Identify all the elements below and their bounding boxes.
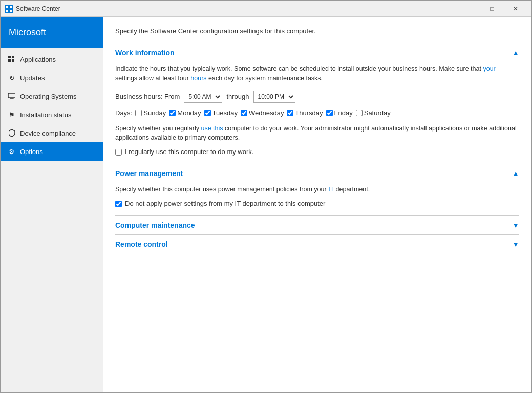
day-tuesday: Tuesday <box>204 109 238 117</box>
through-label: through <box>226 93 249 100</box>
device-compliance-label: Device compliance <box>20 129 76 137</box>
power-management-body: Specify whether this computer uses power… <box>115 183 519 215</box>
svg-rect-14 <box>10 99 14 99</box>
primary-computer-description: Specify whether you regularly use this c… <box>115 124 519 143</box>
day-monday: Monday <box>169 109 201 117</box>
from-time-select[interactable]: 5:00 AM 6:00 AM 7:00 AM 8:00 AM <box>184 91 222 103</box>
app-icon <box>5 5 13 13</box>
software-center-window: Software Center — □ ✕ Microsoft <box>0 0 532 393</box>
shield-icon <box>8 129 16 137</box>
svg-rect-4 <box>6 6 8 8</box>
work-information-header[interactable]: Work information ▲ <box>115 43 519 62</box>
to-time-select[interactable]: 10:00 PM 8:00 PM 9:00 PM 11:00 PM <box>253 91 295 103</box>
work-information-chevron: ▲ <box>512 49 519 57</box>
work-information-body: Indicate the hours that you typically wo… <box>115 62 519 164</box>
remote-control-chevron: ▼ <box>512 240 519 248</box>
wednesday-label: Wednesday <box>249 109 284 117</box>
day-sunday: Sunday <box>135 109 166 117</box>
power-checkbox-label: Do not apply power settings from my IT d… <box>125 200 325 207</box>
primary-computer-checkbox[interactable] <box>115 149 122 156</box>
day-saturday: Saturday <box>356 109 391 117</box>
business-hours-label: Business hours: From <box>115 93 180 100</box>
remote-control-section: Remote control ▼ <box>115 234 519 253</box>
saturday-label: Saturday <box>364 109 391 117</box>
wednesday-checkbox[interactable] <box>241 110 247 116</box>
sidebar-header: Microsoft <box>1 17 103 48</box>
svg-rect-6 <box>6 10 8 12</box>
monday-checkbox[interactable] <box>169 110 176 116</box>
svg-rect-7 <box>10 10 12 12</box>
svg-rect-5 <box>10 6 12 8</box>
installation-status-label: Installation status <box>20 111 71 119</box>
sidebar-item-applications[interactable]: Applications <box>1 50 103 69</box>
power-checkbox-row: Do not apply power settings from my IT d… <box>115 200 519 207</box>
remote-control-header[interactable]: Remote control ▼ <box>115 235 519 253</box>
power-checkbox[interactable] <box>115 201 122 207</box>
primary-computer-checkbox-row: I regularly use this computer to do my w… <box>115 148 519 156</box>
work-info-description: Indicate the hours that you typically wo… <box>115 64 519 83</box>
days-label: Days: <box>115 109 132 117</box>
thursday-checkbox[interactable] <box>287 110 293 116</box>
primary-computer-label: I regularly use this computer to do my w… <box>125 148 253 156</box>
main-content: Specify the Software Center configuratio… <box>103 17 531 392</box>
day-wednesday: Wednesday <box>241 109 284 117</box>
grid-icon <box>8 55 16 63</box>
sunday-label: Sunday <box>143 109 166 117</box>
power-management-chevron: ▲ <box>512 169 519 178</box>
svg-rect-8 <box>8 56 11 58</box>
close-button[interactable]: ✕ <box>504 1 527 17</box>
days-row: Days: Sunday Monday Tuesday <box>115 109 519 117</box>
computer-maintenance-header[interactable]: Computer maintenance ▼ <box>115 216 519 234</box>
power-management-header[interactable]: Power management ▲ <box>115 164 519 183</box>
day-thursday: Thursday <box>287 109 323 117</box>
page-description: Specify the Software Center configuratio… <box>115 27 519 35</box>
sidebar-nav: Applications ↻ Updates <box>1 48 103 392</box>
app-body: Microsoft Applications <box>1 17 531 392</box>
remote-control-title: Remote control <box>115 240 168 248</box>
computer-maintenance-title: Computer maintenance <box>115 221 195 229</box>
sidebar-item-options[interactable]: ⚙ Options <box>1 142 103 161</box>
tuesday-label: Tuesday <box>212 109 238 117</box>
power-management-title: Power management <box>115 169 183 178</box>
refresh-icon: ↻ <box>8 74 16 82</box>
work-information-section: Work information ▲ Indicate the hours th… <box>115 43 519 164</box>
window-title: Software Center <box>16 5 457 12</box>
operating-systems-label: Operating Systems <box>20 93 77 100</box>
flag-icon: ⚑ <box>8 111 16 119</box>
friday-checkbox[interactable] <box>326 110 333 116</box>
power-description: Specify whether this computer uses power… <box>115 185 519 194</box>
svg-rect-10 <box>8 59 11 62</box>
monitor-icon <box>8 92 16 100</box>
monday-label: Monday <box>177 109 201 117</box>
svg-rect-11 <box>12 59 14 62</box>
options-label: Options <box>20 148 43 156</box>
friday-label: Friday <box>334 109 353 117</box>
tuesday-checkbox[interactable] <box>204 110 211 116</box>
day-friday: Friday <box>326 109 353 117</box>
page-description-text: Specify the Software Center configuratio… <box>115 27 316 35</box>
sidebar-item-installation-status[interactable]: ⚑ Installation status <box>1 105 103 124</box>
sidebar-item-updates[interactable]: ↻ Updates <box>1 69 103 87</box>
power-management-section: Power management ▲ Specify whether this … <box>115 164 519 215</box>
updates-label: Updates <box>20 74 45 82</box>
minimize-button[interactable]: — <box>457 1 480 17</box>
sunday-checkbox[interactable] <box>135 110 142 116</box>
sidebar-item-operating-systems[interactable]: Operating Systems <box>1 87 103 105</box>
svg-rect-12 <box>8 93 15 98</box>
sidebar-item-device-compliance[interactable]: Device compliance <box>1 124 103 142</box>
saturday-checkbox[interactable] <box>356 110 363 116</box>
business-hours-row: Business hours: From 5:00 AM 6:00 AM 7:0… <box>115 91 519 103</box>
svg-rect-13 <box>10 98 13 99</box>
work-information-title: Work information <box>115 49 175 57</box>
window-controls: — □ ✕ <box>457 1 527 17</box>
maximize-button[interactable]: □ <box>480 1 504 17</box>
computer-maintenance-section: Computer maintenance ▼ <box>115 215 519 234</box>
gear-icon: ⚙ <box>8 147 16 156</box>
svg-rect-9 <box>12 56 14 58</box>
thursday-label: Thursday <box>295 109 323 117</box>
title-bar: Software Center — □ ✕ <box>1 1 531 17</box>
sidebar: Microsoft Applications <box>1 17 103 392</box>
applications-label: Applications <box>20 56 56 63</box>
computer-maintenance-chevron: ▼ <box>512 221 519 229</box>
